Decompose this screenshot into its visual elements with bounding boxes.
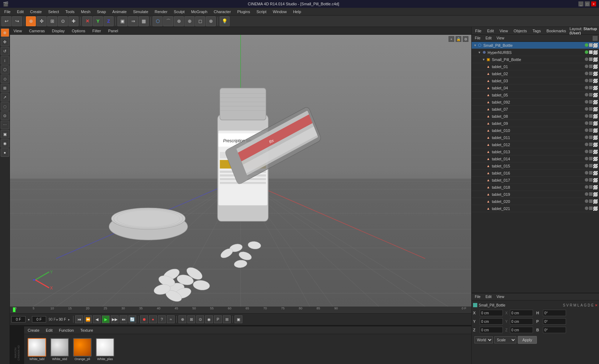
attr-menu-view[interactable]: View: [495, 294, 506, 299]
menu-item-animate[interactable]: Animate: [110, 9, 130, 15]
om-menu-file[interactable]: File: [473, 36, 482, 40]
play-button[interactable]: ▶: [102, 315, 110, 323]
om-row-tablet_07[interactable]: ▲ tablet_07: [472, 106, 599, 113]
camera-button[interactable]: ◻: [195, 16, 205, 26]
attr-y-size[interactable]: [510, 318, 533, 325]
material-item-white-stid[interactable]: White_stid: [49, 338, 70, 361]
current-frame-input[interactable]: [11, 316, 26, 322]
attr-icon-l[interactable]: L: [577, 303, 579, 307]
attr-icon-g[interactable]: G: [584, 303, 587, 307]
om-vis-tablet_014[interactable]: [589, 157, 593, 160]
attr-close-icon[interactable]: ✕: [595, 303, 598, 307]
cube-button[interactable]: ⬡: [153, 16, 163, 26]
light-icon-button[interactable]: 💡: [220, 16, 230, 26]
tc-motion2[interactable]: ≈: [167, 315, 175, 323]
select-tool-button[interactable]: ⊕: [26, 16, 36, 26]
vp-menu-panel[interactable]: Panel: [106, 28, 120, 34]
rp-menu-bookmarks[interactable]: Bookmarks: [544, 28, 568, 34]
menu-item-sculpt[interactable]: Sculpt: [171, 9, 188, 15]
attr-icon-a[interactable]: A: [581, 303, 583, 307]
attr-icon-m[interactable]: M: [573, 303, 576, 307]
scale-tool-button[interactable]: ⊞: [47, 16, 57, 26]
menu-item-snap[interactable]: Snap: [94, 9, 109, 15]
menu-item-character[interactable]: Character: [211, 9, 233, 15]
om-menu-view[interactable]: View: [495, 36, 506, 40]
make-preview[interactable]: ⇒: [128, 16, 138, 26]
tc-keyframe4[interactable]: ◉: [205, 315, 213, 323]
left-tool-8[interactable]: ◌: [1, 102, 9, 111]
mat-menu-edit[interactable]: Edit: [44, 327, 55, 333]
om-row-tablet_01[interactable]: ▲ tablet_01: [472, 63, 599, 70]
left-tool-7[interactable]: ↗: [1, 93, 9, 101]
next-frame-button[interactable]: ▶▶: [111, 315, 119, 323]
om-vis-tablet_020[interactable]: [589, 199, 593, 203]
om-expand-root[interactable]: ▼: [473, 43, 477, 48]
menu-item-plugins[interactable]: Plugins: [235, 9, 253, 15]
render-region[interactable]: ▦: [139, 16, 149, 26]
vp-menu-options[interactable]: Options: [70, 28, 87, 34]
om-vis-tablet_019[interactable]: [589, 192, 593, 196]
om-row-pill-bottle-child[interactable]: ▼ ▣ Small_Pill_Bottle: [472, 56, 599, 63]
om-vis-tablet_018[interactable]: [589, 185, 593, 189]
attr-world-select[interactable]: World Local: [474, 336, 493, 343]
om-row-tablet_011[interactable]: ▲ tablet_011: [472, 134, 599, 141]
left-tool-move[interactable]: ✜: [1, 38, 9, 46]
attr-x-position[interactable]: [480, 310, 503, 316]
om-vis-tablet_012[interactable]: [589, 143, 593, 146]
tc-keyframe[interactable]: ⊕: [178, 315, 186, 323]
rp-menu-edit[interactable]: Edit: [485, 28, 496, 34]
attr-icon-1[interactable]: S: [563, 303, 565, 307]
om-vis-tablet_021[interactable]: [589, 206, 593, 210]
om-menu-edit[interactable]: Edit: [484, 36, 493, 40]
om-row-tablet_021[interactable]: ▲ tablet_021: [472, 205, 599, 212]
om-vis-tablet_017[interactable]: [589, 178, 593, 182]
left-tool-rotate[interactable]: ↺: [1, 47, 9, 55]
rotate-tool-button[interactable]: ⊙: [58, 16, 68, 26]
close-button[interactable]: ×: [591, 1, 596, 6]
attr-icon-e[interactable]: E: [591, 303, 594, 307]
attr-z-size[interactable]: [510, 327, 533, 333]
om-vis-tablet_08[interactable]: [589, 114, 593, 118]
om-expand-nurbs[interactable]: ▼: [477, 50, 482, 55]
tc-view[interactable]: ▣: [235, 315, 242, 323]
om-vis-tablet_03[interactable]: [589, 79, 593, 82]
om-vis-tablet_01[interactable]: [589, 65, 593, 68]
loop-button[interactable]: 🔄: [128, 315, 136, 323]
tc-motion[interactable]: ?: [158, 315, 166, 323]
viewport-settings-button[interactable]: ⚙: [463, 36, 468, 42]
om-expand-bottle[interactable]: ▼: [482, 57, 486, 62]
om-check-nurbs[interactable]: ✓: [589, 50, 593, 54]
rp-menu-objects[interactable]: Objects: [511, 28, 529, 34]
deformer-button[interactable]: ⊕: [185, 16, 194, 26]
spline-tool-button[interactable]: ⌒: [163, 16, 173, 26]
om-vis-bottle[interactable]: [589, 57, 593, 61]
apply-button[interactable]: Apply: [518, 336, 537, 344]
tc-keyframe2[interactable]: ⊞: [187, 315, 195, 323]
tc-record[interactable]: ⏺: [140, 315, 148, 323]
left-tool-12[interactable]: ◉: [1, 139, 9, 148]
om-vis-tablet_04[interactable]: [589, 86, 593, 89]
viewport-add-button[interactable]: +: [449, 36, 454, 42]
menu-item-file[interactable]: File: [1, 9, 13, 15]
tc-auto[interactable]: ●: [149, 315, 157, 323]
attr-icon-r[interactable]: R: [570, 303, 572, 307]
om-row-tablet_012[interactable]: ▲ tablet_012: [472, 141, 599, 148]
material-item-white-tabl[interactable]: White_tabl: [26, 338, 48, 361]
material-item-white-plas[interactable]: White_plas: [94, 338, 116, 361]
attr-p-rot[interactable]: [543, 318, 566, 325]
menu-item-tools[interactable]: Tools: [62, 9, 77, 15]
left-tool-9[interactable]: ⊙: [1, 111, 9, 120]
menu-item-edit[interactable]: Edit: [14, 9, 27, 15]
om-row-tablet_018[interactable]: ▲ tablet_018: [472, 184, 599, 191]
menu-item-script[interactable]: Script: [254, 9, 269, 15]
om-search-icon[interactable]: [593, 36, 598, 41]
om-row-tablet_016[interactable]: ▲ tablet_016: [472, 170, 599, 177]
attr-z-position[interactable]: [480, 327, 503, 333]
left-tool-13[interactable]: ●: [1, 148, 9, 157]
om-row-tablet_092[interactable]: ▲ tablet_092: [472, 99, 599, 106]
om-row-tablet_08[interactable]: ▲ tablet_08: [472, 113, 599, 120]
go-to-start-button[interactable]: ⏮: [75, 315, 83, 323]
mat-menu-function[interactable]: Function: [57, 327, 76, 333]
attr-menu-edit[interactable]: Edit: [484, 294, 493, 299]
attr-icon-2[interactable]: V: [566, 303, 569, 307]
